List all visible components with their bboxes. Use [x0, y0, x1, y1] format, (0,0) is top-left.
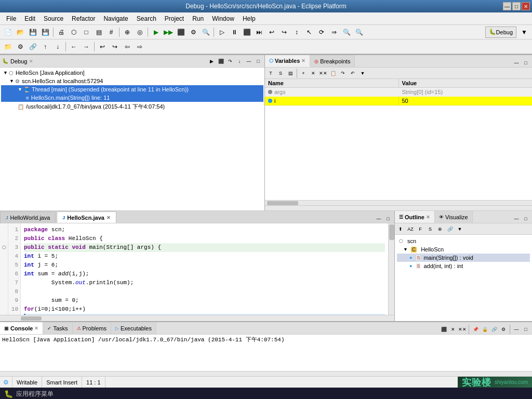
vars-minimize-button[interactable]: —: [512, 59, 521, 67]
tb-btn-6[interactable]: □: [81, 26, 92, 38]
debug-panel-stepover[interactable]: ↷: [226, 57, 234, 65]
tb2-btn-10[interactable]: ⇦: [122, 41, 133, 52]
console-scrollbar-h[interactable]: [0, 371, 532, 376]
outline-menu-button[interactable]: ▼: [455, 224, 464, 234]
vars-show-type-button[interactable]: T: [266, 69, 275, 78]
menu-file[interactable]: File: [2, 14, 20, 23]
console-tab-close[interactable]: ✕: [34, 326, 38, 331]
debug-panel-stop[interactable]: ⬛: [217, 57, 225, 65]
close-button[interactable]: ✕: [522, 2, 530, 10]
tb2-btn-9[interactable]: ↪: [109, 41, 121, 52]
tab-variables[interactable]: ⬡ Variables ✕: [265, 55, 310, 67]
menu-help[interactable]: Help: [238, 14, 260, 23]
console-scroll-lock-button[interactable]: 🔒: [481, 325, 489, 334]
debug-panel-minimize[interactable]: —: [245, 57, 253, 65]
tb-btn-22[interactable]: ↖: [303, 26, 315, 38]
vars-show-static-button[interactable]: S: [276, 69, 285, 78]
vars-stepback-button[interactable]: ↶: [348, 69, 357, 78]
tb-btn-19[interactable]: ↩: [266, 26, 277, 38]
outline-item-package[interactable]: ⬡ scn: [397, 237, 530, 245]
tb-btn-9[interactable]: ⊕: [122, 26, 133, 38]
debug-panel-resume[interactable]: ▶: [207, 57, 216, 65]
tb-btn-8[interactable]: #: [105, 26, 117, 38]
vars-copy-button[interactable]: 📋: [328, 69, 338, 78]
tb-btn-25[interactable]: 🔍: [341, 26, 352, 38]
tb-btn-10[interactable]: ◎: [134, 26, 145, 38]
outline-hide-static-button[interactable]: S: [425, 224, 435, 234]
console-stop-button[interactable]: ⬛: [440, 325, 448, 334]
code-content[interactable]: package scn; public class HelloScn { pub…: [21, 223, 388, 315]
var-row-i[interactable]: i 50: [265, 97, 532, 105]
console-clear-button[interactable]: ✕✕: [458, 325, 467, 334]
menu-source[interactable]: Source: [39, 14, 68, 23]
tb-btn-5[interactable]: ⬡: [68, 26, 79, 38]
debug-tree-item-thread[interactable]: ▼ 🧵 Thread [main] (Suspended (breakpoint…: [1, 85, 263, 94]
console-settings-button[interactable]: ⚙: [499, 325, 508, 334]
run-button[interactable]: ▶: [150, 26, 162, 38]
debug-panel-maximize[interactable]: □: [254, 57, 262, 65]
debug-tree-item-frame[interactable]: ≡ HelloScn.main(String[]) line: 11: [1, 94, 263, 102]
variables-tab-close[interactable]: ✕: [301, 58, 305, 63]
menu-refactor[interactable]: Refactor: [68, 14, 99, 23]
print-button[interactable]: 🖨: [56, 26, 67, 38]
scrollbar-h-thumb[interactable]: [21, 316, 42, 321]
menu-navigate[interactable]: Navigate: [99, 14, 132, 23]
vars-scrollbar-h[interactable]: [265, 200, 532, 205]
tb-btn-13[interactable]: ⚙: [188, 26, 199, 38]
new-button[interactable]: 📄: [2, 26, 14, 38]
outline-sort-button[interactable]: AZ: [406, 224, 415, 234]
outline-minimize-button[interactable]: —: [512, 215, 521, 223]
tb-btn-17[interactable]: ⬛: [241, 26, 252, 38]
menu-window[interactable]: Window: [208, 14, 238, 23]
tb-btn-24[interactable]: ⇒: [328, 26, 340, 38]
outline-maximize-button[interactable]: □: [522, 215, 530, 223]
menu-edit[interactable]: Edit: [20, 14, 39, 23]
perspective-menu-button[interactable]: ▼: [518, 26, 530, 38]
tab-breakpoints[interactable]: ◎ Breakpoints: [310, 55, 355, 67]
vars-add-button[interactable]: +: [299, 69, 308, 78]
vars-remove-all-button[interactable]: ✕✕: [318, 69, 328, 78]
tb2-btn-6[interactable]: ←: [68, 41, 79, 52]
outline-collapse-button[interactable]: ⬆: [396, 224, 405, 234]
restore-button[interactable]: □: [512, 2, 521, 10]
vars-collapse-button[interactable]: ▤: [286, 69, 295, 78]
open-button[interactable]: 📂: [15, 26, 26, 38]
tb2-btn-8[interactable]: ↩: [97, 41, 108, 52]
vars-remove-button[interactable]: ✕: [309, 69, 318, 78]
debug-run-button[interactable]: ▶▶: [163, 26, 174, 38]
scrollbar-thumb[interactable]: [389, 224, 394, 240]
tb-btn-23[interactable]: ⟳: [316, 26, 327, 38]
tab-executables[interactable]: ▷ Executables: [111, 322, 156, 334]
code-scrollbar-v[interactable]: [388, 223, 394, 315]
tb-btn-20[interactable]: ↪: [278, 26, 290, 38]
save-button[interactable]: 💾: [27, 26, 38, 38]
outline-hide-fields-button[interactable]: F: [416, 224, 425, 234]
outline-tab-close[interactable]: ✕: [426, 215, 430, 220]
helloscn-tab-close[interactable]: ✕: [107, 215, 111, 220]
window-controls[interactable]: — □ ✕: [503, 2, 530, 10]
menu-run[interactable]: Run: [188, 14, 208, 23]
tb2-btn-4[interactable]: ↑: [39, 41, 51, 52]
editor-maximize-button[interactable]: □: [384, 215, 392, 223]
console-remove-button[interactable]: ✕: [449, 325, 457, 334]
tab-visualize[interactable]: 👁 Visualize: [435, 211, 473, 223]
tb-btn-15[interactable]: ▷: [216, 26, 228, 38]
tb2-btn-3[interactable]: 🔗: [27, 41, 38, 52]
tab-tasks[interactable]: ✓ Tasks: [43, 322, 72, 334]
tb-btn-18[interactable]: ⏭: [254, 26, 265, 38]
tab-helloworld[interactable]: J HelloWorld.java: [0, 211, 56, 223]
tb2-btn-5[interactable]: ↓: [52, 41, 63, 52]
console-pin-button[interactable]: 📌: [471, 325, 480, 334]
tb2-btn-11[interactable]: ⇨: [134, 41, 145, 52]
tb2-btn-2[interactable]: ⚙: [15, 41, 26, 52]
console-maximize-button[interactable]: □: [522, 325, 530, 334]
tb-btn-14[interactable]: 🔍: [200, 26, 211, 38]
vars-maximize-button[interactable]: □: [522, 59, 530, 67]
tb2-btn-7[interactable]: →: [81, 41, 92, 52]
debug-tree-item-process[interactable]: 📋 /usr/local/jdk1.7.0_67/bin/java (2015-…: [1, 102, 263, 112]
console-link-button[interactable]: 🔗: [490, 325, 498, 334]
code-editor[interactable]: ⬡ ● 1 2 3 4: [0, 223, 394, 315]
debug-panel-stepinto[interactable]: ↓: [235, 57, 244, 65]
save-all-button[interactable]: 💾: [39, 26, 51, 38]
vars-menu-button[interactable]: ▼: [358, 69, 367, 78]
